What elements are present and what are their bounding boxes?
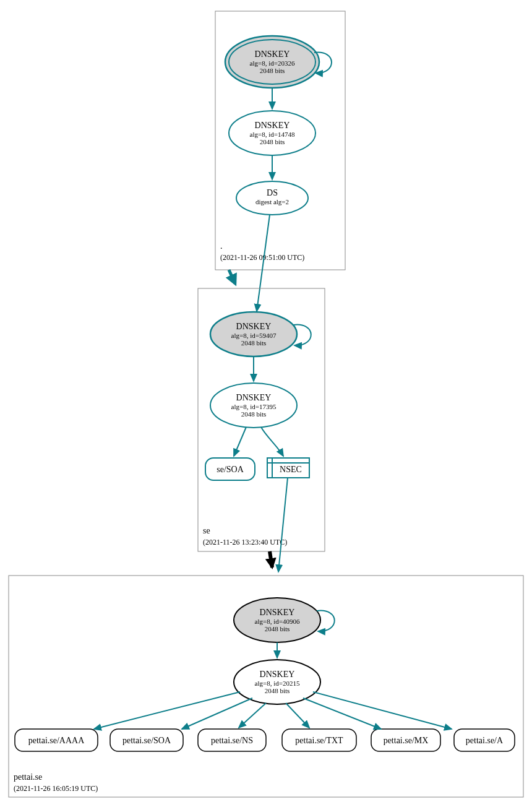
svg-text:2048 bits: 2048 bits (241, 339, 267, 347)
zone-pettai-name: pettai.se (14, 772, 42, 782)
svg-text:2048 bits: 2048 bits (260, 67, 285, 74)
zone-se-name: se (203, 526, 210, 535)
arrow-nsec-pettai (278, 478, 288, 572)
rr-ns: pettai.se/NS (198, 729, 266, 751)
svg-text:2048 bits: 2048 bits (265, 625, 290, 632)
svg-text:alg=8, id=40906: alg=8, id=40906 (255, 618, 300, 625)
arrow-zsk-txt (286, 703, 309, 728)
svg-text:2048 bits: 2048 bits (260, 138, 285, 145)
arrow-se-zsk-soa (234, 427, 246, 456)
pettai-records: pettai.se/AAAA pettai.se/SOA pettai.se/N… (15, 729, 515, 751)
root-ds: DS digest alg=2 (236, 181, 308, 215)
svg-text:NSEC: NSEC (280, 465, 302, 474)
rr-a: pettai.se/A (454, 729, 515, 751)
svg-text:alg=8, id=59407: alg=8, id=59407 (231, 332, 277, 339)
svg-text:alg=8, id=20326: alg=8, id=20326 (250, 59, 295, 67)
svg-text:DNSKEY: DNSKEY (255, 121, 290, 130)
svg-text:DNSKEY: DNSKEY (236, 322, 272, 331)
root-ksk: DNSKEY alg=8, id=20326 2048 bits (225, 36, 319, 88)
root-zsk: DNSKEY alg=8, id=14748 2048 bits (229, 111, 315, 155)
pettai-zsk: DNSKEY alg=8, id=20215 2048 bits (234, 660, 320, 704)
svg-text:pettai.se/SOA: pettai.se/SOA (122, 736, 171, 745)
zone-root: . (2021-11-26 09:51:00 UTC) DNSKEY alg=8… (215, 11, 345, 270)
svg-text:DNSKEY: DNSKEY (236, 393, 272, 402)
zone-root-name: . (220, 241, 223, 251)
rr-mx: pettai.se/MX (371, 729, 440, 751)
se-nsec: NSEC (267, 458, 309, 478)
zone-se: se (2021-11-26 13:23:40 UTC) DNSKEY alg=… (198, 288, 325, 551)
rr-aaaa: pettai.se/AAAA (15, 729, 98, 751)
svg-text:se/SOA: se/SOA (217, 465, 244, 474)
svg-text:2048 bits: 2048 bits (265, 687, 290, 694)
svg-text:pettai.se/MX: pettai.se/MX (384, 736, 429, 745)
svg-text:digest alg=2: digest alg=2 (255, 198, 289, 205)
dnssec-diagram: . (2021-11-26 09:51:00 UTC) DNSKEY alg=8… (0, 0, 532, 807)
se-soa: se/SOA (205, 458, 255, 480)
svg-text:DNSKEY: DNSKEY (260, 670, 295, 679)
zone-pettai: pettai.se (2021-11-26 16:05:19 UTC) DNSK… (9, 576, 523, 797)
arrow-zone-se-pettai (270, 551, 272, 567)
svg-text:alg=8, id=14748: alg=8, id=14748 (250, 131, 295, 138)
svg-text:pettai.se/AAAA: pettai.se/AAAA (28, 736, 85, 745)
zone-se-timestamp: (2021-11-26 13:23:40 UTC) (203, 538, 287, 546)
svg-text:alg=8, id=20215: alg=8, id=20215 (255, 680, 300, 687)
se-zsk: DNSKEY alg=8, id=17395 2048 bits (210, 383, 297, 428)
svg-text:DNSKEY: DNSKEY (255, 50, 290, 59)
arrow-zsk-aaaa (94, 692, 240, 729)
svg-text:pettai.se/A: pettai.se/A (466, 736, 504, 745)
arrow-zsk-ns (239, 703, 266, 728)
arrow-zone-root-se (229, 270, 235, 283)
arrow-ds-se-ksk (257, 215, 270, 311)
svg-text:pettai.se/TXT: pettai.se/TXT (295, 736, 343, 745)
rr-txt: pettai.se/TXT (282, 729, 356, 751)
se-ksk: DNSKEY alg=8, id=59407 2048 bits (210, 312, 297, 356)
arrow-zsk-mx (303, 698, 381, 729)
zone-pettai-timestamp: (2021-11-26 16:05:19 UTC) (14, 784, 98, 793)
svg-text:DS: DS (267, 188, 278, 197)
svg-text:2048 bits: 2048 bits (241, 410, 267, 418)
rr-soa: pettai.se/SOA (110, 729, 183, 751)
svg-text:pettai.se/NS: pettai.se/NS (211, 736, 253, 745)
arrow-se-zsk-nsec (261, 427, 283, 456)
svg-text:DNSKEY: DNSKEY (260, 608, 295, 617)
zone-root-timestamp: (2021-11-26 09:51:00 UTC) (220, 253, 304, 262)
pettai-ksk: DNSKEY alg=8, id=40906 2048 bits (234, 598, 320, 642)
svg-text:alg=8, id=17395: alg=8, id=17395 (231, 403, 277, 410)
